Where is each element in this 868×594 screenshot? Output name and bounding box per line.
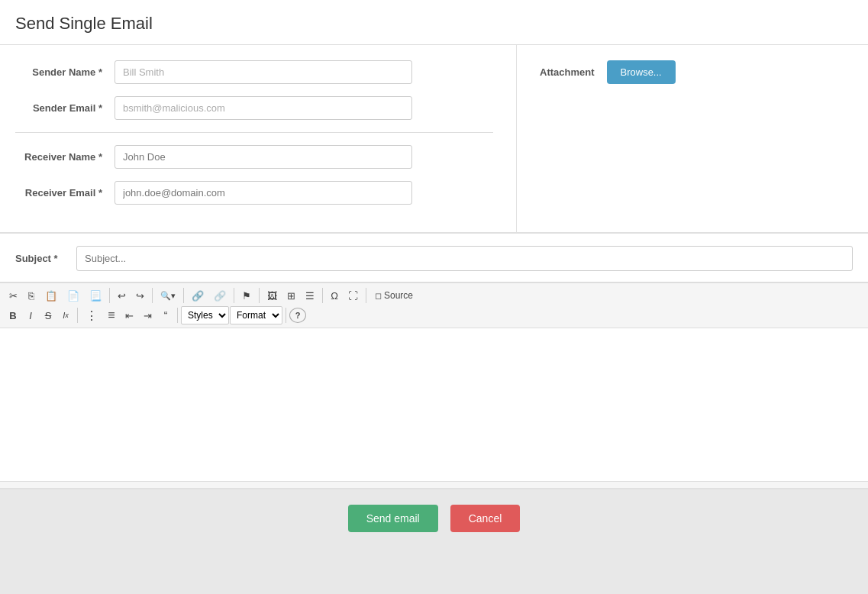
link-button[interactable]: 🔗 <box>187 286 208 305</box>
separator-5 <box>259 288 260 303</box>
separator-9 <box>177 308 178 323</box>
separator-3 <box>183 288 184 303</box>
paste-button[interactable]: 📋 <box>40 286 62 305</box>
undo-button[interactable]: ↩ <box>113 286 131 305</box>
format-select[interactable]: Format <box>230 306 282 324</box>
editor-bottom-bar <box>0 481 868 488</box>
sender-name-group: Sender Name * <box>15 60 493 84</box>
sender-email-label: Sender Email * <box>15 102 115 114</box>
editor-body[interactable] <box>0 328 868 481</box>
special-chars-button[interactable]: Ω <box>326 286 343 305</box>
strikethrough-button[interactable]: S <box>40 306 56 324</box>
footer-section: Send email Cancel <box>0 489 868 547</box>
subject-input[interactable] <box>76 246 853 271</box>
separator-2 <box>152 288 153 303</box>
find-replace-button[interactable]: 🔍▾ <box>156 286 180 305</box>
receiver-email-label: Receiver Email * <box>15 187 115 199</box>
receiver-email-input[interactable] <box>115 181 412 205</box>
separator-4 <box>234 288 234 303</box>
indent-decrease-button[interactable]: ⇤ <box>121 306 138 324</box>
receiver-name-input[interactable] <box>115 145 412 169</box>
table-button[interactable]: ⊞ <box>282 286 300 305</box>
separator-8 <box>77 308 78 323</box>
fullscreen-button[interactable]: ⛶ <box>344 286 363 305</box>
italic-button[interactable]: I <box>22 306 39 324</box>
source-button[interactable]: ◻ Source <box>369 286 418 305</box>
page-title: Send Single Email <box>0 0 868 45</box>
indent-increase-button[interactable]: ⇥ <box>139 306 156 324</box>
image-button[interactable]: 🖼 <box>263 286 282 305</box>
separator-6 <box>322 288 323 303</box>
receiver-name-label: Receiver Name * <box>15 151 115 163</box>
blockquote-button[interactable]: “ <box>157 306 174 324</box>
sender-name-label: Sender Name * <box>15 66 115 78</box>
form-separator <box>15 132 493 133</box>
paste-word-button[interactable]: 📃 <box>85 286 106 305</box>
copy-button[interactable]: ⎘ <box>23 286 40 305</box>
attachment-section: Attachment Browse... <box>517 45 868 232</box>
toolbar-row-2: B I S Ix ⋮ ≡ ⇤ ⇥ “ Styles Format ? <box>5 306 863 324</box>
source-icon: ◻ <box>375 291 382 301</box>
cancel-button[interactable]: Cancel <box>450 505 521 532</box>
align-button[interactable]: ☰ <box>301 286 319 305</box>
cut-button[interactable]: ✂ <box>5 286 22 305</box>
paste-text-button[interactable]: 📄 <box>63 286 84 305</box>
form-left: Sender Name * Sender Email * Receiver Na… <box>0 45 517 232</box>
subject-label: Subject * <box>15 253 76 264</box>
editor-section: ✂ ⎘ 📋 📄 📃 ↩ ↪ 🔍▾ 🔗 🔗 ⚑ 🖼 ⊞ ☰ <box>0 282 868 489</box>
top-section: Sender Name * Sender Email * Receiver Na… <box>0 45 868 234</box>
styles-select[interactable]: Styles <box>181 306 229 324</box>
sender-email-input[interactable] <box>115 96 412 120</box>
send-email-button[interactable]: Send email <box>348 505 438 532</box>
toolbar-row-1: ✂ ⎘ 📋 📄 📃 ↩ ↪ 🔍▾ 🔗 🔗 ⚑ 🖼 ⊞ ☰ <box>5 286 863 305</box>
sender-name-input[interactable] <box>115 60 412 84</box>
attachment-label: Attachment <box>540 60 595 78</box>
anchor-button[interactable]: ⚑ <box>237 286 256 305</box>
ordered-list-button[interactable]: ⋮ <box>81 306 102 324</box>
page-wrapper: Send Single Email Sender Name * Sender E… <box>0 0 868 594</box>
editor-toolbar: ✂ ⎘ 📋 📄 📃 ↩ ↪ 🔍▾ 🔗 🔗 ⚑ 🖼 ⊞ ☰ <box>0 282 868 328</box>
subject-row: Subject * <box>15 246 853 271</box>
separator-1 <box>109 288 110 303</box>
unlink-button[interactable]: 🔗 <box>209 286 231 305</box>
remove-format-button[interactable]: Ix <box>57 306 74 324</box>
bold-button[interactable]: B <box>5 306 21 324</box>
separator-10 <box>286 308 286 323</box>
separator-7 <box>366 288 366 303</box>
unordered-list-button[interactable]: ≡ <box>103 306 120 324</box>
subject-section: Subject * <box>0 234 868 282</box>
sender-email-group: Sender Email * <box>15 96 493 120</box>
receiver-email-group: Receiver Email * <box>15 181 493 205</box>
source-label: Source <box>384 290 413 301</box>
receiver-name-group: Receiver Name * <box>15 145 493 169</box>
redo-button[interactable]: ↪ <box>131 286 149 305</box>
help-button[interactable]: ? <box>289 308 306 323</box>
browse-button[interactable]: Browse... <box>607 60 676 84</box>
